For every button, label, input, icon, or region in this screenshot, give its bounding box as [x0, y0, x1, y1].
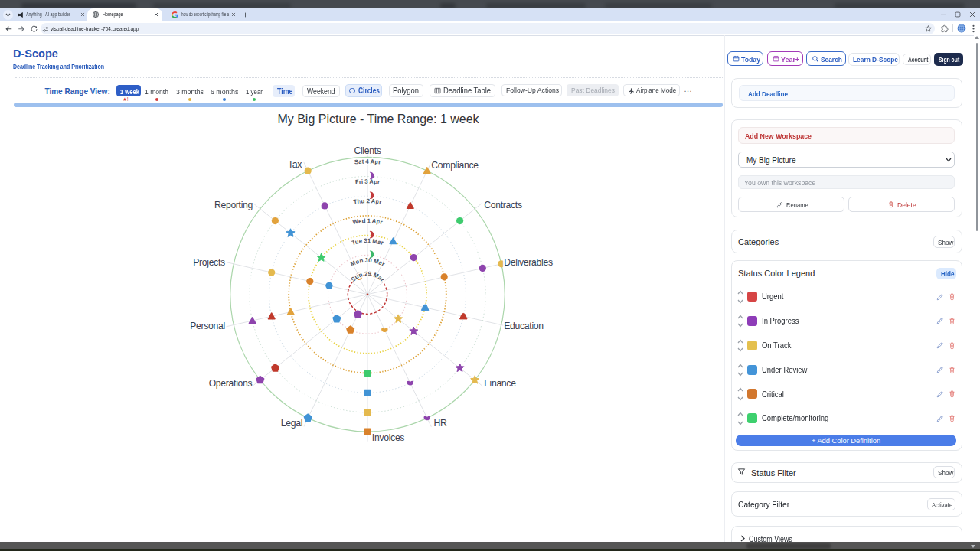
svg-text:Legal: Legal [281, 418, 302, 429]
svg-text:Operations: Operations [209, 378, 253, 389]
svg-text:Thu 2 Apr: Thu 2 Apr [353, 197, 382, 205]
svg-text:Reporting: Reporting [214, 200, 253, 210]
svg-text:HR: HR [433, 418, 447, 429]
svg-text:Projects: Projects [193, 257, 225, 268]
svg-text:Tax: Tax [288, 159, 302, 170]
svg-text:Education: Education [504, 321, 544, 331]
svg-text:Deliverables: Deliverables [504, 257, 553, 268]
svg-text:Contracts: Contracts [484, 200, 522, 210]
svg-text:Clients: Clients [354, 145, 381, 156]
svg-text:Personal: Personal [190, 321, 225, 331]
svg-text:Fri 3 Apr: Fri 3 Apr [355, 178, 381, 186]
svg-text:Sat 4 Apr: Sat 4 Apr [354, 158, 381, 166]
svg-text:Finance: Finance [484, 378, 516, 389]
svg-text:Invoices: Invoices [372, 432, 405, 443]
svg-text:Compliance: Compliance [431, 160, 479, 171]
